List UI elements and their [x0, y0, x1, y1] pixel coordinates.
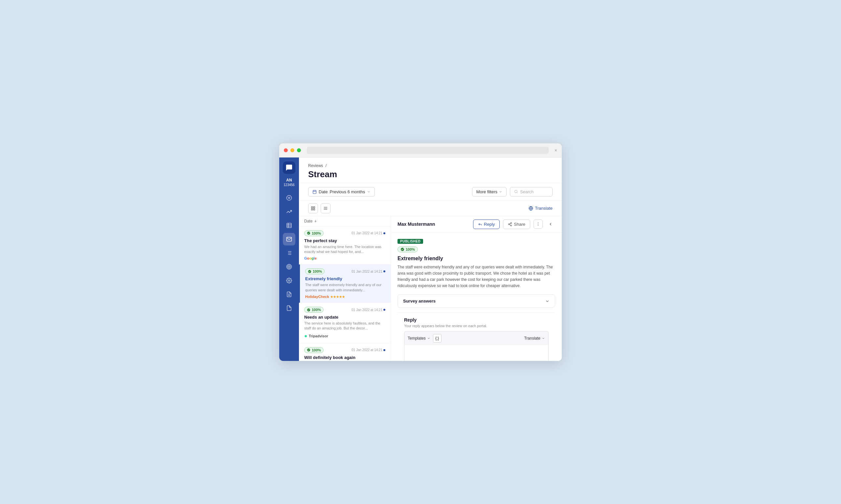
- sidebar: AN 123456: [279, 158, 299, 361]
- date-sort-label: Date: [304, 219, 312, 223]
- tripadvisor-platform-logo: ● Tripadvisor: [304, 333, 385, 339]
- svg-rect-2: [287, 223, 291, 228]
- svg-point-41: [538, 225, 538, 226]
- window-minimize-dot[interactable]: [290, 148, 294, 152]
- content-panels: Date 100% 01 Jan 2: [299, 216, 562, 361]
- svg-point-35: [509, 223, 510, 224]
- app-logo[interactable]: [283, 161, 295, 174]
- svg-line-37: [510, 224, 511, 225]
- list-view-button[interactable]: [321, 203, 330, 213]
- published-badge: PUBLISHED: [397, 239, 423, 244]
- svg-rect-26: [311, 209, 313, 210]
- collapse-button[interactable]: [546, 219, 555, 229]
- detail-header: Max Mustermann Reply: [391, 216, 562, 233]
- breadcrumb: Reviews /: [308, 163, 552, 168]
- survey-answers-section: Survey answers: [397, 294, 555, 308]
- window-close-dot[interactable]: [284, 148, 288, 152]
- reply-section: Reply Your reply appears below the revie…: [397, 312, 555, 361]
- svg-line-23: [517, 192, 517, 193]
- review-item[interactable]: 100% 01 Jan 2022 at 14:21 Will definitel…: [299, 343, 391, 361]
- review-excerpt: The staff were extremely friendly and an…: [305, 283, 385, 293]
- review-title: Extremely friendly: [305, 276, 385, 281]
- url-bar[interactable]: [307, 147, 549, 154]
- reviewer-name: Max Mustermann: [397, 221, 470, 227]
- sidebar-item-table[interactable]: [283, 219, 295, 232]
- reviews-list: Date 100% 01 Jan 2: [299, 216, 391, 361]
- share-button[interactable]: Share: [503, 219, 530, 229]
- close-icon[interactable]: ×: [554, 148, 557, 153]
- review-detail-panel: Max Mustermann Reply: [391, 216, 562, 361]
- review-date: 01 Jan 2022 at 14:21: [351, 348, 385, 352]
- review-date: 01 Jan 2022 at 14:21: [351, 270, 385, 273]
- review-title: Needs an update: [304, 315, 385, 320]
- survey-toggle[interactable]: Survey answers: [398, 295, 555, 307]
- svg-rect-18: [313, 190, 316, 194]
- review-item[interactable]: 100% 01 Jan 2022 at 14:21 Extremely frie…: [299, 265, 391, 303]
- sidebar-item-list[interactable]: [283, 247, 295, 259]
- search-placeholder: Search: [520, 189, 533, 194]
- svg-point-22: [515, 190, 517, 193]
- search-box[interactable]: Search: [510, 187, 552, 197]
- card-view-button[interactable]: [308, 203, 318, 213]
- review-title: Will definitely book again: [304, 355, 385, 360]
- svg-point-0: [287, 196, 292, 200]
- sidebar-item-target[interactable]: [283, 260, 295, 273]
- main-content: Reviews / Stream Date Previous 6 months: [299, 158, 562, 361]
- filter-toolbar: Date Previous 6 months More filters: [299, 183, 562, 201]
- view-toolbar: Translate: [299, 201, 562, 216]
- date-filter-label: Date: [319, 189, 328, 194]
- templates-button[interactable]: Templates: [408, 336, 430, 341]
- reply-formatting-toolbar: Templates {;} Translate: [404, 331, 549, 345]
- reply-subtitle: Your reply appears below the review on e…: [404, 324, 549, 328]
- review-title: The perfect stay: [304, 238, 385, 243]
- browser-bar: ×: [279, 143, 562, 158]
- svg-point-34: [511, 222, 512, 223]
- reply-translate-button[interactable]: Translate: [524, 336, 545, 341]
- review-date: 01 Jan 2022 at 14:21: [351, 231, 385, 235]
- more-filters-button[interactable]: More filters: [472, 187, 507, 197]
- more-options-button[interactable]: [533, 219, 543, 229]
- review-excerpt: The service here is absolutely faultless…: [304, 321, 385, 331]
- reply-textarea[interactable]: [404, 345, 549, 361]
- score-badge: 100%: [304, 230, 324, 236]
- translate-button[interactable]: Translate: [529, 206, 552, 211]
- sidebar-item-documents[interactable]: [283, 302, 295, 314]
- sidebar-item-settings[interactable]: [283, 274, 295, 287]
- emoji-button[interactable]: {;}: [433, 334, 442, 343]
- svg-line-38: [510, 223, 511, 224]
- score-badge: 100%: [304, 347, 324, 353]
- svg-point-36: [511, 225, 512, 226]
- review-item[interactable]: 100% 01 Jan 2022 at 14:21 Needs an updat…: [299, 303, 391, 343]
- review-heading: Extremely friendly: [397, 256, 555, 262]
- window-maximize-dot[interactable]: [297, 148, 301, 152]
- holidaycheck-platform-logo: HolidayCheck ★★★★★: [305, 295, 385, 299]
- review-date: 01 Jan 2022 at 14:21: [351, 308, 385, 312]
- svg-point-13: [288, 266, 291, 268]
- google-platform-logo: Google: [304, 256, 385, 260]
- sidebar-item-compass[interactable]: [283, 192, 295, 204]
- review-item[interactable]: 100% 01 Jan 2022 at 14:21 The perfect st…: [299, 227, 391, 265]
- svg-point-40: [538, 224, 538, 224]
- date-filter-button[interactable]: Date Previous 6 months: [308, 187, 375, 197]
- sidebar-item-reports[interactable]: [283, 288, 295, 301]
- detail-score-badge: 100%: [397, 247, 418, 252]
- svg-rect-27: [313, 209, 315, 210]
- user-info: AN 123456: [284, 178, 294, 187]
- translate-label: Translate: [535, 206, 552, 211]
- reply-button[interactable]: Reply: [473, 219, 500, 229]
- sidebar-item-chart[interactable]: [283, 205, 295, 218]
- list-sort-header[interactable]: Date: [299, 216, 391, 227]
- svg-point-1: [289, 197, 290, 199]
- svg-rect-25: [313, 206, 315, 208]
- score-badge: 100%: [305, 268, 325, 274]
- date-filter-value: Previous 6 months: [329, 189, 365, 194]
- page-title: Stream: [308, 169, 552, 179]
- detail-body: PUBLISHED 100% Extremely friendly The st…: [391, 233, 562, 361]
- svg-point-39: [538, 222, 538, 223]
- svg-point-15: [289, 280, 290, 282]
- page-header: Reviews / Stream: [299, 158, 562, 183]
- reply-title: Reply: [404, 317, 549, 323]
- survey-title: Survey answers: [403, 299, 435, 304]
- sidebar-item-messages[interactable]: [283, 233, 295, 246]
- svg-rect-24: [311, 206, 313, 208]
